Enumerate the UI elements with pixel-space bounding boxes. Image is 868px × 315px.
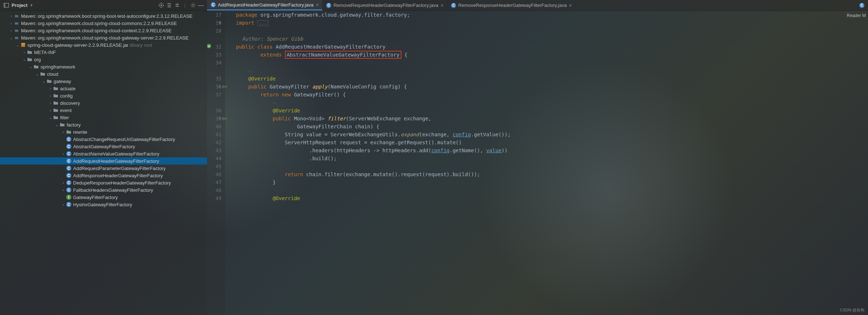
gear-icon[interactable]: [189, 1, 197, 9]
chevron-down-icon[interactable]: ⌄: [48, 116, 53, 120]
chevron-down-icon[interactable]: ⌄: [9, 36, 14, 40]
tree-item-AbstractGatewayFilterFactory[interactable]: CAbstractGatewayFilterFactory: [0, 143, 207, 150]
chevron-down-icon[interactable]: ⌄: [28, 65, 33, 69]
code-line[interactable]: ✦↓: [236, 67, 868, 75]
gutter-line: 48: [207, 186, 222, 194]
chevron-right-icon[interactable]: ›: [22, 50, 27, 54]
chevron-down-icon[interactable]: ▼: [30, 3, 33, 7]
tree-item-AbstractChangeRequestUriGatewa[interactable]: CAbstractChangeRequestUriGatewayFilterFa…: [0, 136, 207, 143]
chevron-right-icon[interactable]: ›: [61, 203, 66, 207]
chevron-down-icon[interactable]: ⌄: [22, 58, 27, 62]
tree-item-HystrixGatewayFilterFactory[interactable]: ›CHystrixGatewayFilterFactory: [0, 201, 207, 208]
close-icon[interactable]: ×: [441, 3, 443, 8]
tree-item-META-INF[interactable]: ›META-INF: [0, 49, 207, 56]
chevron-right-icon[interactable]: ›: [48, 94, 53, 98]
code-line[interactable]: return chain.filter(exchange.mutate().re…: [236, 170, 868, 178]
collapse-all-icon[interactable]: [173, 1, 181, 9]
gutter-line: 49: [207, 194, 222, 202]
fold-icon[interactable]: ⊖: [219, 83, 224, 91]
project-title[interactable]: Project: [12, 3, 28, 8]
hide-icon[interactable]: —: [197, 1, 205, 9]
tab-overflow[interactable]: C: [856, 0, 868, 11]
tree-item-DedupeResponseHeaderGatewayFil[interactable]: ›CDedupeResponseHeaderGatewayFilterFacto…: [0, 179, 207, 186]
tree-item-actuate[interactable]: ›actuate: [0, 85, 207, 92]
code-line[interactable]: package org.springframework.cloud.gatewa…: [236, 11, 868, 19]
project-tree[interactable]: ›mMaven: org.springframework.boot:spring…: [0, 11, 207, 315]
tree-item-rewrite[interactable]: ›rewrite: [0, 128, 207, 136]
tree-item-gateway[interactable]: ⌄gateway: [0, 78, 207, 85]
code-line[interactable]: String value = ServerWebExchangeUtils.ex…: [236, 130, 868, 138]
override-gutter-icon[interactable]: [207, 43, 211, 48]
chevron-right-icon[interactable]: ›: [9, 29, 14, 33]
close-icon[interactable]: ×: [569, 3, 572, 8]
code-line[interactable]: [236, 27, 868, 35]
code-line[interactable]: Author: Spencer Gibb: [236, 35, 868, 43]
code-area[interactable]: package org.springframework.cloud.gatewa…: [225, 11, 868, 315]
code-line[interactable]: public class AddRequestHeaderGatewayFilt…: [236, 43, 868, 51]
chevron-right-icon[interactable]: ›: [48, 87, 53, 91]
target-icon[interactable]: [157, 1, 165, 9]
chevron-right-icon[interactable]: ›: [61, 188, 66, 192]
tree-item-Maven: org.springframework.clo[interactable]: ⌄mMaven: org.springframework.cloud:sprin…: [0, 34, 207, 41]
code-line[interactable]: @Override: [236, 107, 868, 115]
code-line[interactable]: GatewayFilterChain chain) {: [236, 123, 868, 130]
code-line[interactable]: @Override: [236, 75, 868, 83]
chevron-right-icon[interactable]: ›: [9, 21, 14, 25]
inherited-separator-icon[interactable]: ✦↓: [273, 101, 277, 105]
gutter-line: 41: [207, 130, 222, 138]
code-line[interactable]: }: [236, 178, 868, 186]
code-line[interactable]: .build();: [236, 154, 868, 162]
tree-item-FallbackHeadersGatewayFilterFa[interactable]: ›CFallbackHeadersGatewayFilterFactory: [0, 186, 207, 194]
tree-item-config[interactable]: ›config: [0, 92, 207, 99]
tab-0[interactable]: CAddRequestHeaderGatewayFilterFactory.ja…: [207, 0, 323, 11]
fold-icon[interactable]: ⊕: [219, 19, 224, 27]
code-line[interactable]: ⊖ public Mono<Void> filter(ServerWebExch…: [236, 115, 868, 123]
tab-1[interactable]: CRemoveRequestHeaderGatewayFilterFactory…: [323, 0, 447, 11]
tree-item-Maven: org.springframework.boo[interactable]: ›mMaven: org.springframework.boot:spring…: [0, 12, 207, 20]
tree-item-label: config: [60, 93, 73, 99]
tree-item-event[interactable]: ›event: [0, 107, 207, 114]
code-line[interactable]: return new GatewayFilter() {: [236, 91, 868, 99]
tree-item-AbstractNameValueGatewayFilter[interactable]: ›CAbstractNameValueGatewayFilterFactory: [0, 150, 207, 157]
code-line[interactable]: ⊖ public GatewayFilter apply(NameValueCo…: [236, 83, 868, 91]
tree-item-discovery[interactable]: ›discovery: [0, 99, 207, 107]
tab-2[interactable]: CRemoveResponseHeaderGatewayFilterFactor…: [447, 0, 576, 11]
tree-item-cloud[interactable]: ⌄cloud: [0, 70, 207, 78]
code-line[interactable]: ⊕import ...: [236, 19, 868, 27]
tree-item-AddRequestParameterGatewayFilt[interactable]: CAddRequestParameterGatewayFilterFactory: [0, 165, 207, 172]
code-line[interactable]: ✦↓: [236, 99, 868, 107]
tree-item-filter[interactable]: ⌄filter: [0, 114, 207, 121]
chevron-right-icon[interactable]: ›: [61, 130, 66, 134]
chevron-right-icon[interactable]: ›: [48, 101, 53, 105]
chevron-right-icon[interactable]: ›: [9, 14, 14, 18]
tree-item-AddRequestHeaderGatewayFilterF[interactable]: CAddRequestHeaderGatewayFilterFactory: [0, 157, 207, 165]
expand-all-icon[interactable]: [165, 1, 173, 9]
chevron-down-icon[interactable]: ⌄: [15, 43, 20, 47]
fold-icon[interactable]: ⊖: [219, 115, 224, 123]
code-line[interactable]: ServerHttpRequest request = exchange.get…: [236, 138, 868, 146]
chevron-down-icon[interactable]: ⌄: [35, 72, 40, 76]
svg-point-8: [192, 4, 194, 7]
chevron-right-icon[interactable]: ›: [48, 108, 53, 112]
tree-item-AddResponseHeaderGatewayFilter[interactable]: CAddResponseHeaderGatewayFilterFactory: [0, 172, 207, 179]
inherited-separator-icon[interactable]: ✦↓: [248, 69, 253, 74]
chevron-right-icon[interactable]: ›: [61, 181, 66, 185]
tree-item-spring-cloud-gateway-server-2.[interactable]: ⌄spring-cloud-gateway-server-2.2.9.RELEA…: [0, 41, 207, 49]
tree-item-Maven: org.springframework.clo[interactable]: ›mMaven: org.springframework.cloud:sprin…: [0, 27, 207, 34]
code-line[interactable]: [236, 186, 868, 194]
tree-item-org[interactable]: ⌄org: [0, 56, 207, 63]
code-line[interactable]: [236, 59, 868, 67]
chevron-down-icon[interactable]: ⌄: [54, 123, 59, 127]
code-line[interactable]: .headers(httpHeaders -> httpHeaders.add(…: [236, 146, 868, 154]
code-editor[interactable]: 1719283233343536o↑373839o↑40414243444546…: [207, 11, 868, 315]
tree-item-springframework[interactable]: ⌄springframework: [0, 63, 207, 70]
code-line[interactable]: @Override: [236, 194, 868, 202]
tree-item-Maven: org.springframework.clo[interactable]: ›mMaven: org.springframework.cloud:sprin…: [0, 20, 207, 27]
tree-item-GatewayFilterFactory[interactable]: IGatewayFilterFactory: [0, 194, 207, 201]
chevron-right-icon[interactable]: ›: [61, 152, 66, 156]
code-line[interactable]: extends AbstractNameValueGatewayFilterFa…: [236, 51, 868, 59]
close-icon[interactable]: ×: [316, 2, 319, 8]
tree-item-factory[interactable]: ⌄factory: [0, 121, 207, 128]
code-line[interactable]: [236, 162, 868, 170]
chevron-down-icon[interactable]: ⌄: [41, 79, 46, 83]
